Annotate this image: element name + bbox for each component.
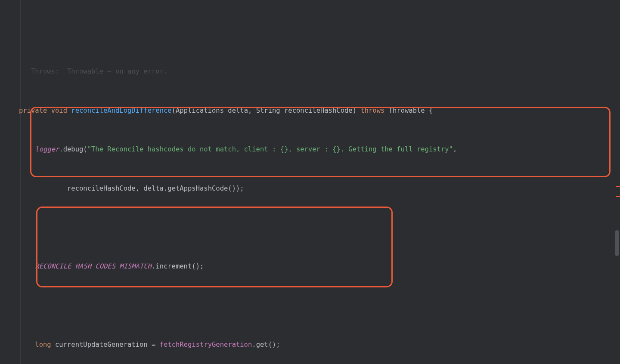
code-line: long currentUpdateGeneration = fetchRegi… <box>19 338 620 351</box>
error-marker[interactable] <box>616 186 620 187</box>
blank-line <box>19 221 620 234</box>
scrollbar-thumb[interactable] <box>615 230 619 256</box>
code-editor[interactable]: Throws: Throwable – on any error. privat… <box>0 0 620 364</box>
code-line: reconcileHashCode, delta.getAppsHashCode… <box>19 182 620 195</box>
code-line: logger.debug("The Reconcile hashcodes do… <box>19 143 620 156</box>
code-area[interactable]: Throws: Throwable – on any error. privat… <box>4 39 620 364</box>
code-line: RECONCILE_HASH_CODES_MISMATCH.increment(… <box>19 260 620 273</box>
editor-scrollbar[interactable] <box>614 0 620 364</box>
blank-line <box>19 299 620 312</box>
error-marker[interactable] <box>616 196 620 197</box>
javadoc-line: Throws: Throwable – on any error. <box>19 65 620 78</box>
method-signature: private void reconcileAndLogDifference(A… <box>19 104 620 117</box>
